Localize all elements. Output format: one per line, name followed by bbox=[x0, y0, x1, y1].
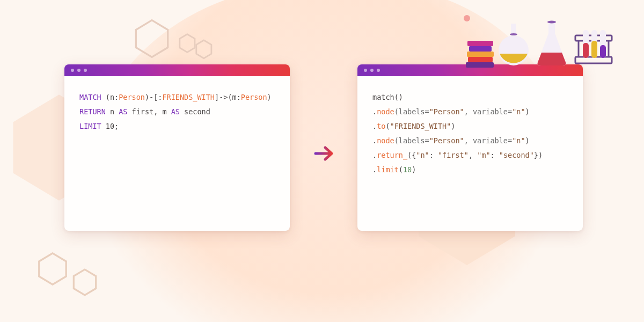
hexagon-decoration bbox=[38, 252, 68, 286]
code-window-python: match() .node(labels="Person", variable=… bbox=[357, 64, 583, 231]
code-token: 10 bbox=[403, 165, 412, 174]
code-token: "m" bbox=[477, 151, 490, 159]
labware-illustration bbox=[466, 19, 614, 68]
code-token: first, m bbox=[132, 107, 171, 116]
test-tube-rack-icon bbox=[573, 26, 614, 68]
hexagon-decoration bbox=[134, 19, 170, 58]
code-token: ({ bbox=[407, 151, 416, 159]
code-token: "n" bbox=[512, 136, 525, 145]
code-token: LIMIT bbox=[79, 122, 106, 130]
code-token: }) bbox=[534, 151, 543, 159]
code-token: match() bbox=[372, 93, 403, 101]
code-token: )-[: bbox=[145, 93, 163, 101]
code-token: limit bbox=[377, 165, 399, 174]
traffic-light-dot bbox=[377, 69, 380, 72]
svg-marker-3 bbox=[196, 40, 211, 58]
code-token: (labels= bbox=[394, 136, 429, 145]
code-token: ) bbox=[525, 107, 530, 116]
code-token: to bbox=[377, 122, 385, 130]
code-token: ) bbox=[451, 122, 455, 130]
hexagon-decoration bbox=[72, 268, 97, 296]
code-token: (labels= bbox=[394, 107, 429, 116]
code-token: "FRIENDS_WITH" bbox=[390, 122, 451, 130]
code-token: 10; bbox=[106, 122, 119, 130]
code-token: . bbox=[372, 165, 377, 174]
traffic-light-dot bbox=[370, 69, 374, 72]
erlenmeyer-flask-icon bbox=[535, 19, 569, 68]
code-token: ( bbox=[399, 165, 403, 174]
code-token: "Person" bbox=[429, 136, 464, 145]
code-block-cypher: MATCH (n:Person)-[:FRIENDS_WITH]->(m:Per… bbox=[64, 76, 290, 148]
bubble-decoration bbox=[464, 15, 470, 21]
svg-marker-5 bbox=[39, 253, 66, 284]
traffic-light-dot bbox=[71, 69, 74, 72]
code-token: . bbox=[372, 136, 377, 145]
code-token: "second" bbox=[499, 151, 534, 159]
svg-rect-20 bbox=[600, 45, 606, 58]
code-token: . bbox=[372, 122, 377, 130]
hexagon-decoration bbox=[178, 32, 226, 63]
code-token: : bbox=[491, 151, 499, 159]
window-titlebar bbox=[64, 64, 290, 76]
code-token: AS bbox=[119, 107, 131, 116]
code-token: . bbox=[372, 151, 377, 159]
code-token: second bbox=[184, 107, 210, 116]
books-icon bbox=[466, 41, 493, 68]
code-token: . bbox=[372, 107, 377, 116]
code-token: "n" bbox=[512, 107, 525, 116]
code-token: ) bbox=[525, 136, 530, 145]
code-block-python: match() .node(labels="Person", variable=… bbox=[357, 76, 583, 191]
code-token: node bbox=[377, 136, 394, 145]
svg-marker-6 bbox=[74, 269, 96, 295]
svg-rect-7 bbox=[511, 24, 516, 34]
svg-rect-18 bbox=[591, 41, 597, 58]
code-token: "first" bbox=[438, 151, 469, 159]
svg-marker-1 bbox=[136, 20, 167, 57]
code-token: "n" bbox=[416, 151, 429, 159]
traffic-light-dot bbox=[84, 69, 87, 72]
svg-point-10 bbox=[547, 21, 556, 24]
code-token: , variable= bbox=[464, 107, 512, 116]
code-token: FRIENDS_WITH bbox=[162, 93, 215, 101]
code-token: ( bbox=[385, 122, 390, 130]
code-token: RETURN bbox=[79, 107, 110, 116]
code-token: ]->(m: bbox=[215, 93, 241, 101]
traffic-light-dot bbox=[77, 69, 80, 72]
code-token: , variable= bbox=[464, 136, 512, 145]
traffic-light-dot bbox=[364, 69, 367, 72]
svg-point-9 bbox=[510, 33, 517, 35]
round-flask-icon bbox=[497, 23, 530, 68]
code-token: MATCH bbox=[79, 93, 106, 101]
code-token: return_ bbox=[377, 151, 407, 159]
code-token: Person bbox=[119, 93, 145, 101]
code-token: ) bbox=[412, 165, 416, 174]
code-token: : bbox=[429, 151, 438, 159]
arrow-icon bbox=[312, 142, 336, 167]
code-token: (n: bbox=[106, 93, 119, 101]
code-window-cypher: MATCH (n:Person)-[:FRIENDS_WITH]->(m:Per… bbox=[64, 64, 290, 231]
code-token: node bbox=[377, 107, 394, 116]
code-token: ) bbox=[267, 93, 272, 101]
code-token: Person bbox=[241, 93, 267, 101]
code-token: , bbox=[469, 151, 477, 159]
svg-marker-2 bbox=[180, 34, 195, 53]
code-token: AS bbox=[171, 107, 184, 116]
code-token: "Person" bbox=[429, 107, 464, 116]
svg-rect-16 bbox=[583, 43, 589, 58]
code-token: n bbox=[110, 107, 119, 116]
